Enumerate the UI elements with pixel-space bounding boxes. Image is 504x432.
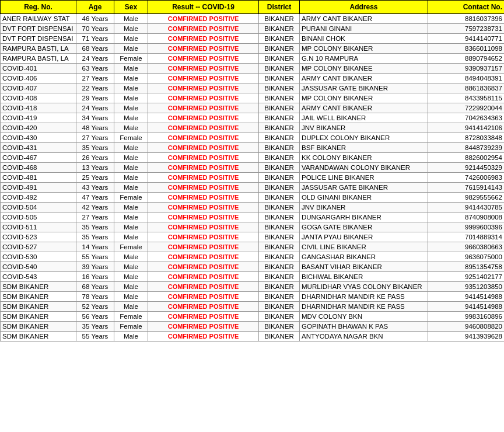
table-cell: 63 Years xyxy=(76,64,114,74)
table-row: COVID-40627 YearsMaleCOMFIRMED POSITIVEB… xyxy=(1,74,505,83)
table-cell: BIKANER xyxy=(259,222,300,232)
table-cell: Male xyxy=(114,153,148,163)
table-cell: Female xyxy=(114,322,148,332)
table-cell: COMFIRMED POSITIVE xyxy=(148,93,259,103)
table-cell: COVID-408 xyxy=(1,93,76,103)
table-cell: COMFIRMED POSITIVE xyxy=(148,64,259,74)
table-row: COVID-52335 YearsMaleCOMFIRMED POSITIVEB… xyxy=(1,232,505,242)
table-cell: 13 Years xyxy=(76,163,114,173)
table-row: COVID-49247 YearsFemaleCOMFIRMED POSITIV… xyxy=(1,193,505,203)
table-cell: BIKANER xyxy=(259,322,300,332)
table-cell: 56 Years xyxy=(76,312,114,322)
table-cell: 8861836837 xyxy=(428,83,505,93)
table-cell: COVID-504 xyxy=(1,203,76,212)
table-cell: ANTYODAYA NAGAR BKN xyxy=(300,332,428,342)
table-row: COVID-40163 YearsMaleCOMFIRMED POSITIVEB… xyxy=(1,64,505,74)
table-row: COVID-46726 YearsMaleCOMFIRMED POSITIVEB… xyxy=(1,153,505,163)
table-cell: COMFIRMED POSITIVE xyxy=(148,153,259,163)
table-cell: 68 Years xyxy=(76,282,114,292)
table-cell: Female xyxy=(114,242,148,252)
table-cell: G.N 10 RAMPURA xyxy=(300,54,428,64)
table-cell: MP COLONY BIKANER xyxy=(300,44,428,54)
table-cell: SDM BIKANER xyxy=(1,332,76,342)
table-cell: Male xyxy=(114,282,148,292)
table-cell: COVID-401 xyxy=(1,64,76,74)
table-cell: 43 Years xyxy=(76,183,114,193)
header-contact: Contact No. xyxy=(428,1,505,14)
table-row: SDM BIKANER52 YearsMaleCOMFIRMED POSITIV… xyxy=(1,302,505,312)
table-cell: Male xyxy=(114,34,148,44)
table-cell: 9414140771 xyxy=(428,34,505,44)
table-cell: BIKANER xyxy=(259,64,300,74)
table-row: COVID-50527 YearsMaleCOMFIRMED POSITIVEB… xyxy=(1,212,505,222)
table-cell: COVID-492 xyxy=(1,193,76,203)
table-cell: Male xyxy=(114,113,148,123)
table-cell: COMFIRMED POSITIVE xyxy=(148,262,259,272)
table-cell: ANER RAILWAY STAT xyxy=(1,14,76,24)
table-cell: BIKANER xyxy=(259,292,300,302)
table-cell: BASANT VIHAR BIKANER xyxy=(300,262,428,272)
table-cell: 9636075000 xyxy=(428,252,505,262)
table-cell: Male xyxy=(114,143,148,153)
table-cell: DUPLEX COLONY BIKANER xyxy=(300,133,428,143)
table-cell: 9983160896 xyxy=(428,312,505,322)
table-cell: COMFIRMED POSITIVE xyxy=(148,44,259,54)
table-cell: COVID-491 xyxy=(1,183,76,193)
table-cell: 35 Years xyxy=(76,322,114,332)
table-cell: COVID-511 xyxy=(1,222,76,232)
table-cell: 42 Years xyxy=(76,203,114,212)
table-cell: COMFIRMED POSITIVE xyxy=(148,113,259,123)
table-cell: Male xyxy=(114,74,148,83)
table-cell: Male xyxy=(114,252,148,262)
table-cell: BIKANER xyxy=(259,153,300,163)
table-cell: Male xyxy=(114,83,148,93)
table-row: COVID-51135 YearsMaleCOMFIRMED POSITIVEB… xyxy=(1,222,505,232)
table-cell: BIKANER xyxy=(259,24,300,34)
table-cell: BIKANER xyxy=(259,143,300,153)
table-cell: COVID-467 xyxy=(1,153,76,163)
table-cell: COVID-407 xyxy=(1,83,76,93)
table-cell: SDM BIKANER xyxy=(1,292,76,302)
table-cell: BIKANER xyxy=(259,242,300,252)
table-cell: COMFIRMED POSITIVE xyxy=(148,183,259,193)
table-row: COVID-43027 YearsFemaleCOMFIRMED POSITIV… xyxy=(1,133,505,143)
table-cell: Female xyxy=(114,133,148,143)
table-cell: Male xyxy=(114,262,148,272)
table-cell: 14 Years xyxy=(76,242,114,252)
table-cell: COMFIRMED POSITIVE xyxy=(148,193,259,203)
table-cell: BIKANER xyxy=(259,83,300,93)
table-cell: OLD GINANI BIKANER xyxy=(300,193,428,203)
table-cell: COMFIRMED POSITIVE xyxy=(148,133,259,143)
table-cell: COVID-481 xyxy=(1,173,76,183)
table-cell: 55 Years xyxy=(76,252,114,262)
table-cell: ARMY CANT BIKANER xyxy=(300,74,428,83)
table-row: DVT FORT DISPENSAI71 YearsMaleCOMFIRMED … xyxy=(1,34,505,44)
table-cell: BIKANER xyxy=(259,302,300,312)
table-cell: BICHWAL BIKANER xyxy=(300,272,428,282)
table-cell: DVT FORT DISPENSAI xyxy=(1,24,76,34)
table-row: RAMPURA BASTI, LA68 YearsMaleCOMFIRMED P… xyxy=(1,44,505,54)
table-cell: 68 Years xyxy=(76,44,114,54)
table-cell: BIKANER xyxy=(259,113,300,123)
table-cell: Male xyxy=(114,24,148,34)
table-cell: COVID-468 xyxy=(1,163,76,173)
table-cell: POLICE LINE BIKANER xyxy=(300,173,428,183)
table-cell: BIKANER xyxy=(259,193,300,203)
table-cell: 9660380663 xyxy=(428,242,505,252)
table-cell: BIKANER xyxy=(259,93,300,103)
table-cell: 46 Years xyxy=(76,14,114,24)
table-cell: 8728033848 xyxy=(428,133,505,143)
table-cell: BIKANER xyxy=(259,262,300,272)
table-cell: 27 Years xyxy=(76,74,114,83)
table-cell: COVID-543 xyxy=(1,272,76,282)
table-cell: BINANI CHOK xyxy=(300,34,428,44)
table-cell: COMFIRMED POSITIVE xyxy=(148,54,259,64)
table-cell: 78 Years xyxy=(76,292,114,302)
table-cell: Male xyxy=(114,183,148,193)
table-cell: DHARNIDHAR MANDIR KE PASS xyxy=(300,302,428,312)
table-cell: 8433958115 xyxy=(428,93,505,103)
table-cell: 27 Years xyxy=(76,212,114,222)
table-cell: BIKANER xyxy=(259,54,300,64)
table-row: COVID-43135 YearsMaleCOMFIRMED POSITIVEB… xyxy=(1,143,505,153)
table-cell: COVID-418 xyxy=(1,103,76,113)
